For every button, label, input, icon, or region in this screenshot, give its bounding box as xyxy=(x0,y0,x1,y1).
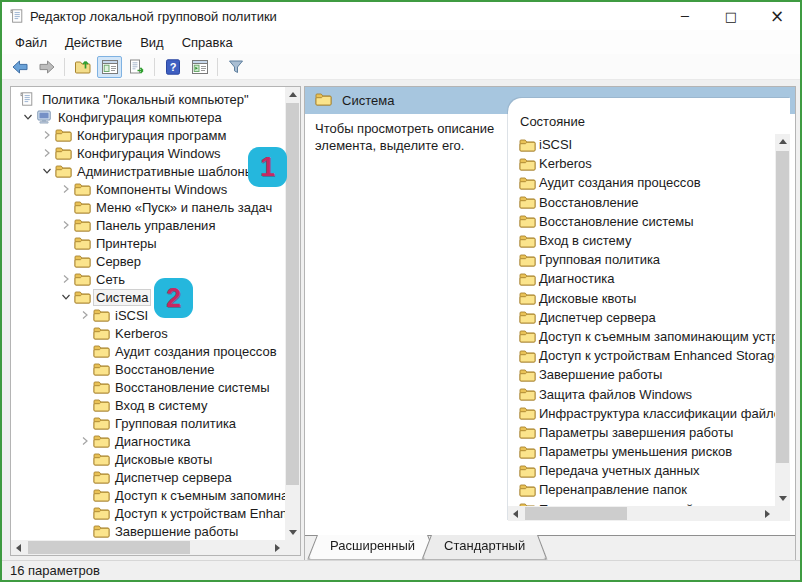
scroll-up-icon[interactable] xyxy=(285,87,300,102)
column-header-state[interactable]: Состояние xyxy=(509,98,775,135)
tree-vertical-scrollbar[interactable] xyxy=(285,87,300,540)
tree-item[interactable]: Восстановление xyxy=(12,360,285,378)
list-item[interactable]: Вход в систему xyxy=(509,231,775,250)
chevron-placeholder xyxy=(77,415,93,431)
tree-item[interactable]: Вход в систему xyxy=(12,396,285,414)
tree-item[interactable]: Принтеры xyxy=(12,234,285,252)
menu-вид[interactable]: Вид xyxy=(131,32,173,53)
list-item[interactable]: Защита файлов Windows xyxy=(509,384,775,403)
tree-item[interactable]: Политика "Локальный компьютер" xyxy=(12,90,285,108)
tree-item-label: Конфигурация Windows xyxy=(74,146,224,161)
list-horizontal-scrollbar[interactable] xyxy=(508,506,775,521)
list-vertical-scrollbar[interactable] xyxy=(775,134,790,506)
tree-item[interactable]: Доступ к съемным запоминающ xyxy=(12,486,285,504)
list-item[interactable]: Дисковые квоты xyxy=(509,289,775,308)
tree-item[interactable]: Дисковые квоты xyxy=(12,450,285,468)
chevron-down-icon[interactable] xyxy=(39,163,55,179)
menu-справка[interactable]: Справка xyxy=(173,32,242,53)
tree-item[interactable]: Конфигурация Windows xyxy=(12,144,285,162)
tab-extended[interactable]: Расширенный xyxy=(317,536,428,557)
scroll-down-icon[interactable] xyxy=(285,525,300,540)
folder-icon xyxy=(519,195,539,209)
tree-hscroll-thumb[interactable] xyxy=(28,541,190,554)
list-item[interactable]: Передача учетных данных xyxy=(509,461,775,480)
tree-item[interactable]: Компоненты Windows xyxy=(12,180,285,198)
tree-item-label: Дисковые квоты xyxy=(112,452,215,467)
chevron-right-icon[interactable] xyxy=(58,217,74,233)
list-item[interactable]: Аудит создания процессов xyxy=(509,173,775,192)
export-list-icon[interactable] xyxy=(124,56,149,78)
list-item[interactable]: Групповая политика xyxy=(509,250,775,269)
scroll-right-icon[interactable] xyxy=(270,540,285,555)
list-item[interactable]: Диспетчер сервера xyxy=(509,308,775,327)
chevron-right-icon[interactable] xyxy=(77,307,93,323)
tree-horizontal-scrollbar[interactable] xyxy=(11,540,285,555)
chevron-right-icon[interactable] xyxy=(39,127,55,143)
annotation-badge-1: 1 xyxy=(248,147,287,187)
list-item[interactable]: iSCSI xyxy=(509,135,775,154)
chevron-down-icon[interactable] xyxy=(20,109,36,125)
tree-item[interactable]: Конфигурация программ xyxy=(12,126,285,144)
tree-item[interactable]: Групповая политика xyxy=(12,414,285,432)
tree-item[interactable]: iSCSI xyxy=(12,306,285,324)
forward-icon[interactable] xyxy=(34,56,59,78)
folder-icon xyxy=(55,164,74,178)
list-item[interactable]: Диагностика xyxy=(509,269,775,288)
folder-icon xyxy=(519,425,539,439)
list-item[interactable]: Параметры завершения работы xyxy=(509,423,775,442)
menu-файл[interactable]: Файл xyxy=(6,32,56,53)
list-item[interactable]: Восстановление системы xyxy=(509,212,775,231)
list-item[interactable]: Перенаправление папок xyxy=(509,480,775,499)
maximize-button[interactable]: □ xyxy=(708,2,754,30)
list-hscroll-thumb[interactable] xyxy=(525,507,627,520)
tree-item[interactable]: Сеть xyxy=(12,270,285,288)
filter-icon[interactable] xyxy=(223,56,248,78)
tree-item[interactable]: Административные шаблоны xyxy=(12,162,285,180)
list-item[interactable]: Доступ к устройствам Enhanced Storage xyxy=(509,346,775,365)
list-item[interactable]: Инфраструктура классификации файлов xyxy=(509,404,775,423)
tree-item[interactable]: Меню «Пуск» и панель задач xyxy=(12,198,285,216)
scroll-icon xyxy=(20,92,39,106)
tree-item[interactable]: Восстановление системы xyxy=(12,378,285,396)
chevron-right-icon[interactable] xyxy=(77,433,93,449)
scroll-right-icon[interactable] xyxy=(760,506,775,521)
tree-item[interactable]: Kerberos xyxy=(12,324,285,342)
list-item[interactable]: Параметры уменьшения рисков xyxy=(509,442,775,461)
tree-item[interactable]: Диспетчер сервера xyxy=(12,468,285,486)
back-icon[interactable] xyxy=(7,56,32,78)
close-button[interactable]: × xyxy=(754,2,800,30)
chevron-down-icon[interactable] xyxy=(58,289,74,305)
folder-icon xyxy=(74,218,93,232)
tree-item[interactable]: Панель управления xyxy=(12,216,285,234)
show-window-icon[interactable] xyxy=(187,56,212,78)
tree-item[interactable]: Конфигурация компьютера xyxy=(12,108,285,126)
console-tree-icon[interactable] xyxy=(97,56,122,78)
scroll-down-icon[interactable] xyxy=(775,491,790,506)
chevron-placeholder xyxy=(58,199,74,215)
tree-item[interactable]: Аудит создания процессов xyxy=(12,342,285,360)
list-item[interactable]: Kerberos xyxy=(509,154,775,173)
tree-item[interactable]: Доступ к устройствам Enhanced xyxy=(12,504,285,522)
tab-standard[interactable]: Стандартный xyxy=(431,536,538,557)
scroll-left-icon[interactable] xyxy=(11,540,26,555)
list-item[interactable]: Доступ к съемным запоминающим устрой xyxy=(509,327,775,346)
tree-vscroll-thumb[interactable] xyxy=(286,103,299,485)
list-item[interactable]: Восстановление xyxy=(509,193,775,212)
folder-icon xyxy=(93,326,112,340)
tree-item[interactable]: Система xyxy=(12,288,285,306)
tree-item[interactable]: Сервер xyxy=(12,252,285,270)
menu-действие[interactable]: Действие xyxy=(56,32,131,53)
tree-item[interactable]: Завершение работы xyxy=(12,522,285,540)
scroll-left-icon[interactable] xyxy=(508,506,523,521)
minimize-button[interactable]: ─ xyxy=(662,2,708,30)
help-icon[interactable]: ? xyxy=(160,56,185,78)
chevron-right-icon[interactable] xyxy=(39,145,55,161)
tree-item[interactable]: Диагностика xyxy=(12,432,285,450)
list-item[interactable]: Завершение работы xyxy=(509,365,775,384)
chevron-right-icon[interactable] xyxy=(58,271,74,287)
toolbar-separator xyxy=(64,58,65,76)
scroll-up-icon[interactable] xyxy=(775,134,790,149)
list-vscroll-thumb[interactable] xyxy=(776,151,789,463)
up-folder-icon[interactable] xyxy=(70,56,95,78)
chevron-right-icon[interactable] xyxy=(58,181,74,197)
